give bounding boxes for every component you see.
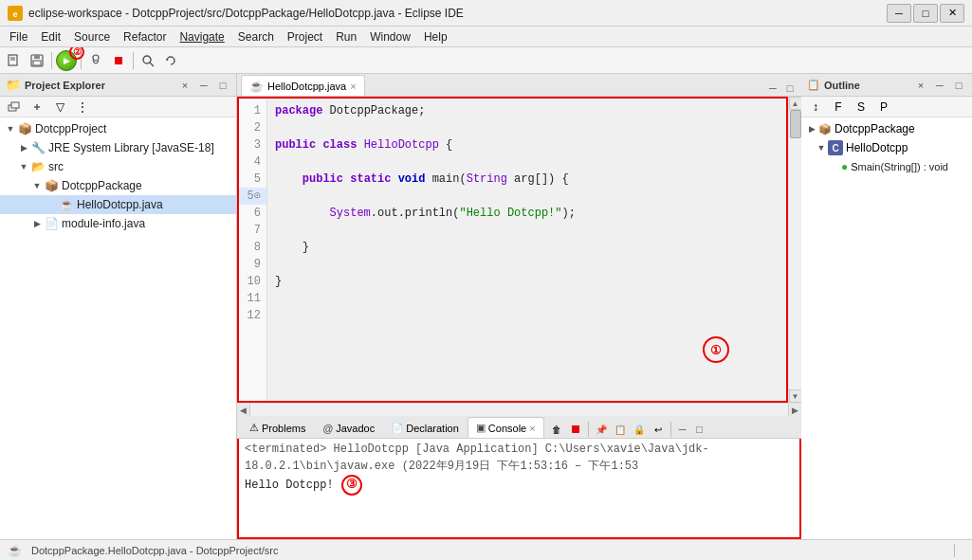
outline-class-label: HelloDotcpp: [846, 141, 908, 154]
outline-sort-btn[interactable]: ↕: [805, 97, 826, 117]
toolbar-sep-1: [51, 52, 52, 69]
console-close-btn[interactable]: ×: [529, 423, 535, 434]
explorer-close-btn[interactable]: ×: [177, 78, 193, 93]
close-button[interactable]: ✕: [940, 4, 964, 23]
svg-rect-7: [33, 61, 41, 65]
outline-item-class[interactable]: ▼ C HelloDotcpp: [801, 138, 972, 157]
editor-hscrollbar[interactable]: ◀ ▶: [237, 403, 801, 416]
search-button[interactable]: [138, 50, 158, 71]
editor-maximize-btn[interactable]: □: [782, 81, 798, 96]
tree-item-package[interactable]: ▼ 📦 DotcppPackage: [0, 176, 236, 195]
outline-hide-nonpublic-btn[interactable]: P: [873, 97, 894, 117]
tab-close-btn[interactable]: ×: [350, 81, 356, 92]
tree-item-src[interactable]: ▼ 📂 src: [0, 157, 236, 176]
collapse-all-btn[interactable]: [4, 97, 25, 117]
run-button[interactable]: [56, 50, 77, 71]
console-copy-btn[interactable]: 📋: [612, 421, 629, 438]
console-stop-btn[interactable]: [567, 421, 584, 438]
outline-maximize-btn[interactable]: □: [951, 78, 966, 93]
menu-refactor[interactable]: Refactor: [118, 28, 172, 45]
scroll-track[interactable]: [789, 110, 801, 389]
scroll-thumb[interactable]: [790, 110, 801, 138]
tree-item-project[interactable]: ▼ 📦 DotcppProject: [0, 119, 236, 138]
menu-edit[interactable]: Edit: [35, 28, 66, 45]
main-layout: 📁 Project Explorer × ─ □ ▽ ⋮ ▼ 📦 DotcppP…: [0, 74, 972, 539]
tree-item-hello-java[interactable]: ☕ HelloDotcpp.java: [0, 195, 236, 214]
module-java-icon: 📄: [44, 216, 59, 231]
scroll-down-arrow[interactable]: ▼: [789, 389, 802, 403]
outline-panel: 📋 Outline × ─ □ ↕ F S P ▶ 📦 DotcppPackag…: [801, 74, 972, 539]
maximize-button[interactable]: □: [913, 4, 938, 23]
console-wrap-btn[interactable]: ↩: [650, 421, 667, 438]
console-scroll-lock-btn[interactable]: 🔒: [631, 421, 648, 438]
outline-item-package[interactable]: ▶ 📦 DotcppPackage: [801, 119, 972, 138]
refresh-button[interactable]: [160, 50, 181, 71]
explorer-minimize-btn[interactable]: ─: [196, 78, 211, 93]
menu-help[interactable]: Help: [418, 28, 453, 45]
editor-scrollbar[interactable]: ▲ ▼: [788, 97, 801, 403]
outline-hide-fields-btn[interactable]: F: [828, 97, 849, 117]
menu-source[interactable]: Source: [68, 28, 116, 45]
svg-point-10: [143, 56, 151, 63]
annotation-3: ③: [341, 475, 362, 496]
outline-hide-static-btn[interactable]: S: [851, 97, 871, 117]
menu-navigate[interactable]: Navigate: [174, 28, 229, 45]
save-button[interactable]: [27, 50, 47, 71]
tab-console[interactable]: ▣ Console ×: [468, 417, 544, 438]
project-icon: 📦: [17, 121, 32, 136]
arrow-project: ▼: [4, 124, 17, 134]
outline-icon: 📋: [807, 79, 820, 91]
minimize-button[interactable]: ─: [887, 4, 911, 23]
tab-icon: ☕: [249, 80, 264, 93]
center-column: ☕ HelloDotcpp.java × ─ □ 1 2 3 4 5: [237, 74, 801, 539]
bottom-section: ⚠ Problems @ Javadoc 📄 Declaration ▣ Con…: [237, 416, 801, 539]
explorer-menu-btn[interactable]: ⋮: [72, 97, 93, 117]
tab-problems[interactable]: ⚠ Problems: [241, 417, 314, 438]
menu-file[interactable]: File: [4, 28, 33, 45]
console-content: <terminated> HelloDotcpp [Java Applicati…: [237, 439, 801, 539]
menu-search[interactable]: Search: [232, 28, 280, 45]
hscroll-right[interactable]: ▶: [788, 404, 801, 417]
new-button[interactable]: [4, 50, 25, 71]
scroll-up-arrow[interactable]: ▲: [789, 97, 802, 110]
tab-declaration[interactable]: 📄 Declaration: [383, 417, 468, 438]
package-outline-icon: 📦: [818, 123, 832, 135]
code-editor[interactable]: 1 2 3 4 5 5⊙ 6 7 8 9 10 11 12 packa: [237, 97, 788, 403]
outline-toolbar: ↕ F S P: [801, 97, 972, 117]
status-text: DotcppPackage.HelloDotcpp.java - DotcppP…: [31, 545, 278, 556]
code-content[interactable]: package DotcppPackage; public class Hell…: [267, 99, 786, 401]
outline-minimize-btn[interactable]: ─: [932, 78, 947, 93]
tree-item-jre[interactable]: ▶ 🔧 JRE System Library [JavaSE-18]: [0, 138, 236, 157]
console-minimize-btn[interactable]: ─: [675, 422, 690, 437]
menu-project[interactable]: Project: [282, 28, 328, 45]
link-editor-btn[interactable]: [27, 97, 47, 117]
tab-javadoc[interactable]: @ Javadoc: [314, 417, 383, 438]
menu-window[interactable]: Window: [364, 28, 416, 45]
tree-item-module[interactable]: ▶ 📄 module-info.java: [0, 214, 236, 233]
outline-title: Outline: [824, 80, 909, 91]
toolbar-sep-3: [133, 52, 134, 69]
project-tree: ▼ 📦 DotcppProject ▶ 🔧 JRE System Library…: [0, 117, 236, 539]
console-clear-btn[interactable]: 🗑: [548, 421, 565, 438]
console-label: Console: [488, 423, 526, 434]
console-pin-btn[interactable]: 📌: [593, 421, 610, 438]
stop-button[interactable]: [108, 50, 129, 71]
editor-minimize-btn[interactable]: ─: [765, 81, 780, 96]
outline-main-label: S: [851, 161, 857, 172]
outline-tree: ▶ 📦 DotcppPackage ▼ C HelloDotcpp ● S ma…: [801, 117, 972, 539]
tab-label: HelloDotcpp.java: [267, 81, 346, 92]
console-maximize-btn[interactable]: □: [692, 422, 707, 437]
javadoc-icon: @: [322, 423, 333, 434]
hscroll-left[interactable]: ◀: [237, 404, 250, 417]
explorer-filter-btn[interactable]: ▽: [49, 97, 70, 117]
outline-item-main[interactable]: ● S main(String[]) : void: [801, 157, 972, 176]
outline-close-btn[interactable]: ×: [913, 78, 928, 93]
menu-bar: File Edit Source Refactor Navigate Searc…: [0, 27, 972, 47]
debug-button[interactable]: [85, 50, 106, 71]
toolbar: ②: [0, 47, 972, 74]
editor-tab-hello[interactable]: ☕ HelloDotcpp.java ×: [241, 75, 365, 96]
bottom-tab-bar: ⚠ Problems @ Javadoc 📄 Declaration ▣ Con…: [237, 416, 801, 439]
menu-run[interactable]: Run: [330, 28, 362, 45]
explorer-maximize-btn[interactable]: □: [215, 78, 230, 93]
outline-package-label: DotcppPackage: [834, 122, 915, 135]
